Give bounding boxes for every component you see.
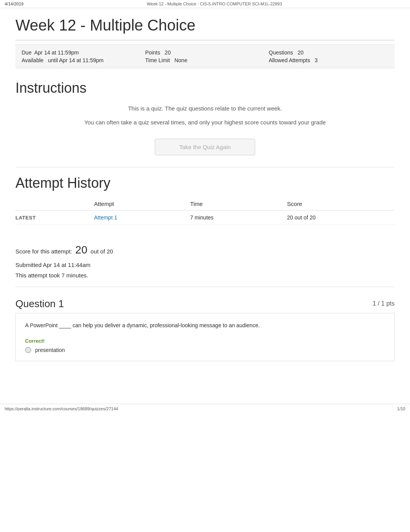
col-score: Score — [283, 197, 395, 211]
col-label — [15, 197, 90, 211]
row-time: 7 minutes — [185, 211, 282, 225]
question-1-title: Question 1 — [15, 298, 64, 310]
table-header-row: Attempt Time Score — [15, 197, 395, 211]
take-quiz-again-button[interactable]: Take the Quiz Again — [155, 139, 255, 155]
meta-time-limit: Time Limit None — [145, 57, 265, 63]
browser-title: Week 12 - Multiple Choice : CIS-5-INTRO … — [147, 2, 282, 6]
browser-date: 4/14/2019 — [5, 2, 24, 6]
meta-available: Available until Apr 14 at 11:59pm — [22, 57, 141, 63]
footer-bar: https://peralta.instructure.com/courses/… — [0, 404, 410, 413]
quiz-meta: Due Apr 14 at 11:59pm Points 20 Question… — [15, 44, 395, 68]
question-1-text: A PowerPoint ____ can help you deliver a… — [25, 321, 385, 330]
meta-due: Due Apr 14 at 11:59pm — [22, 49, 141, 56]
score-out-of: out of 20 — [91, 248, 113, 255]
answer-text: presentation — [35, 347, 65, 353]
footer-page-num: 1/10 — [397, 406, 405, 411]
score-number: 20 — [75, 244, 87, 256]
answer-row: presentation — [25, 347, 385, 353]
col-attempt: Attempt — [90, 197, 186, 211]
score-summary: Score for this attempt: 20 out of 20 Sub… — [15, 234, 395, 287]
row-attempt: Attempt 1 — [90, 211, 186, 225]
col-time: Time — [185, 197, 282, 211]
question-1-header: Question 1 1 / 1 pts — [15, 295, 395, 313]
radio-icon — [25, 347, 31, 353]
instructions-line1: This is a quiz. The quiz questions relat… — [15, 104, 395, 113]
row-score: 20 out of 20 — [283, 211, 395, 225]
attempt-history-title: Attempt History — [15, 167, 395, 191]
attempt-history-section: Attempt History Attempt Time Score LATES… — [15, 167, 395, 225]
page-content: Week 12 - Multiple Choice Due Apr 14 at … — [0, 8, 410, 388]
table-row: LATEST Attempt 1 7 minutes 20 out of 20 — [15, 211, 395, 225]
question-1-body: A PowerPoint ____ can help you deliver a… — [15, 313, 395, 361]
correct-label: Correct! — [25, 338, 385, 344]
quiz-meta-grid: Due Apr 14 at 11:59pm Points 20 Question… — [22, 49, 388, 63]
question-1-pts: 1 / 1 pts — [373, 298, 395, 307]
meta-questions: Questions 20 — [269, 49, 388, 56]
attempt-table: Attempt Time Score LATEST Attempt 1 7 mi… — [15, 197, 395, 225]
took-line: This attempt took 7 minutes. — [15, 270, 395, 280]
instructions-title: Instructions — [15, 80, 395, 96]
meta-points: Points 20 — [145, 49, 265, 56]
footer-url: https://peralta.instructure.com/courses/… — [5, 406, 118, 411]
instructions-section: Instructions This is a quiz. The quiz qu… — [15, 80, 395, 155]
row-label: LATEST — [15, 211, 90, 225]
score-line: Score for this attempt: 20 out of 20 — [15, 240, 395, 260]
question-1-section: Question 1 1 / 1 pts A PowerPoint ____ c… — [15, 295, 395, 361]
page-header-bar: Week 12 - Multiple Choice — [15, 12, 395, 41]
browser-bar: 4/14/2019 Week 12 - Multiple Choice : CI… — [0, 0, 410, 8]
score-label: Score for this attempt: — [15, 248, 72, 255]
submitted-line: Submitted Apr 14 at 11:44am — [15, 260, 395, 270]
instructions-line2: You can often take a quiz several times,… — [15, 118, 395, 127]
attempt-link[interactable]: Attempt 1 — [94, 214, 117, 221]
page-title: Week 12 - Multiple Choice — [15, 12, 395, 37]
meta-allowed-attempts: Allowed Attempts 3 — [269, 57, 388, 63]
